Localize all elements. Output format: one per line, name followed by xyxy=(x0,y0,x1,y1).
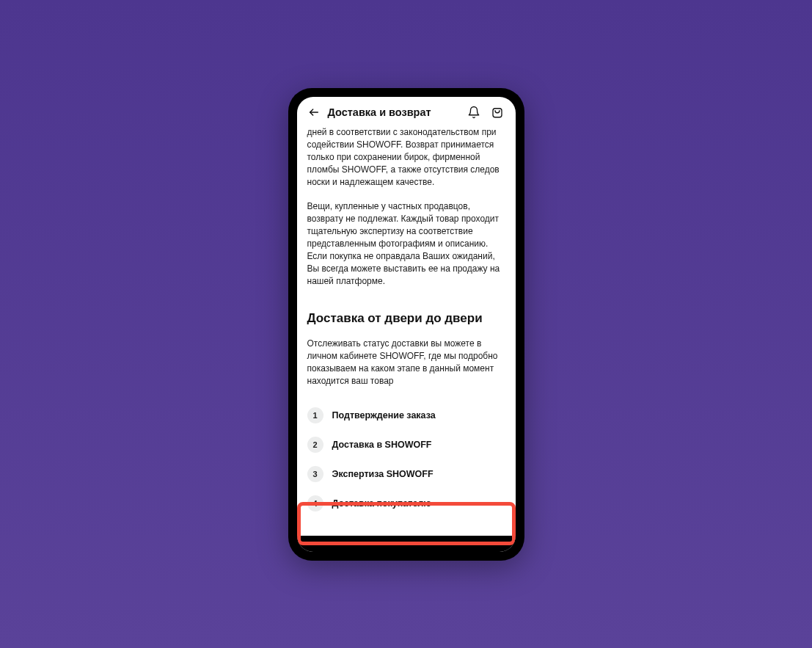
step-label: Экспертиза SHOWOFF xyxy=(332,469,434,479)
step-number-badge: 2 xyxy=(307,437,323,453)
return-policy-paragraph-2: Вещи, купленные у частных продавцов, воз… xyxy=(307,200,505,288)
android-nav-bar xyxy=(297,536,516,552)
back-button[interactable] xyxy=(307,106,321,119)
delivery-step: 1 Подтверждение заказа xyxy=(307,401,505,430)
shopping-bag-icon xyxy=(491,106,504,119)
delivery-step: 2 Доставка в SHOWOFF xyxy=(307,430,505,459)
delivery-section-title: Доставка от двери до двери xyxy=(307,311,505,326)
app-bar: Доставка и возврат xyxy=(297,97,516,126)
nav-indicator-icon xyxy=(405,542,407,545)
arrow-left-icon xyxy=(308,106,320,118)
notifications-button[interactable] xyxy=(466,104,482,120)
content-scroll[interactable]: дней в соответствии с законодательством … xyxy=(297,126,516,536)
return-policy-paragraph-1: дней в соответствии с законодательством … xyxy=(307,126,505,189)
bag-button[interactable] xyxy=(489,104,505,120)
delivery-step: 3 Экспертиза SHOWOFF xyxy=(307,459,505,489)
phone-screen: Доставка и возврат дней в соответствии с… xyxy=(297,97,516,552)
step-label: Доставка покупателю xyxy=(332,498,432,509)
delivery-step: 4 Доставка покупателю xyxy=(307,489,505,518)
phone-frame: Доставка и возврат дней в соответствии с… xyxy=(288,88,524,561)
bell-icon xyxy=(467,106,480,119)
step-number-badge: 4 xyxy=(307,495,323,512)
page-title: Доставка и возврат xyxy=(328,106,458,118)
step-label: Доставка в SHOWOFF xyxy=(332,440,432,450)
step-number-badge: 1 xyxy=(307,407,323,423)
step-label: Подтверждение заказа xyxy=(332,410,436,421)
tracking-description: Отслеживать статус доставки вы можете в … xyxy=(307,338,505,387)
step-number-badge: 3 xyxy=(307,466,323,482)
delivery-steps-list: 1 Подтверждение заказа 2 Доставка в SHOW… xyxy=(307,401,505,518)
